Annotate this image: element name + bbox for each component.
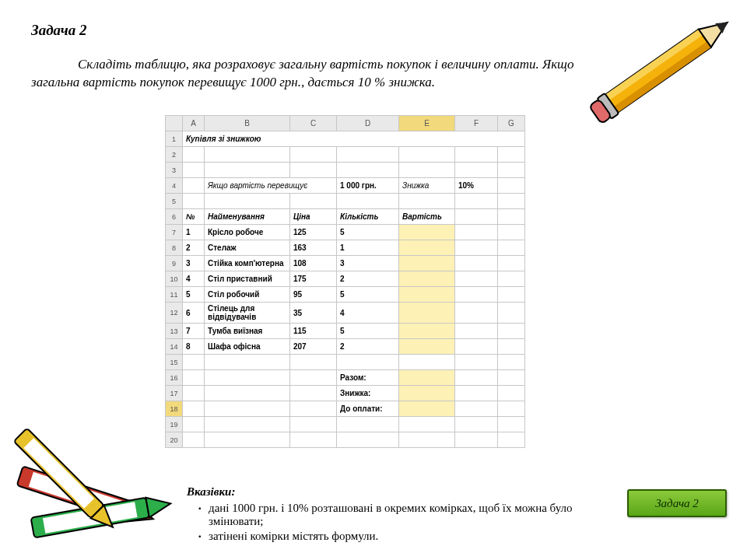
cell[interactable]: 1 <box>337 240 399 256</box>
cell[interactable]: Стіл приставний <box>205 271 290 287</box>
cell[interactable]: 4 <box>183 271 205 287</box>
cond-value[interactable]: 1 000 грн. <box>337 178 399 194</box>
cell[interactable]: 207 <box>290 339 337 355</box>
col-header-a[interactable]: A <box>183 116 205 131</box>
col-header-b[interactable]: B <box>205 116 290 131</box>
cell[interactable]: 3 <box>337 256 399 271</box>
hdr-cost[interactable]: Вартість <box>399 209 455 225</box>
cell[interactable]: 7 <box>183 324 205 339</box>
discount-label[interactable]: Знижка <box>399 178 455 194</box>
cell[interactable]: 125 <box>290 225 337 240</box>
formula-cell[interactable] <box>399 370 455 386</box>
cell[interactable]: Крісло робоче <box>205 225 290 240</box>
task-2-button[interactable]: Задача 2 <box>627 489 727 517</box>
cell[interactable]: 4 <box>337 303 399 324</box>
formula-cell[interactable] <box>399 386 455 401</box>
svg-marker-9 <box>128 502 156 529</box>
task-instruction: Складіть таблицю, яка розраховує загальн… <box>31 56 677 92</box>
cell[interactable]: 2 <box>337 339 399 355</box>
hints-block: Вказівки: дані 1000 грн. і 10% розташова… <box>187 485 591 544</box>
cell[interactable]: Стіл робочий <box>205 287 290 303</box>
cell[interactable]: 5 <box>337 287 399 303</box>
svg-rect-10 <box>31 498 149 538</box>
cell[interactable]: 6 <box>183 303 205 324</box>
svg-rect-8 <box>29 472 122 516</box>
svg-marker-4 <box>715 18 731 34</box>
hint-item: дані 1000 грн. і 10% розташовані в окрем… <box>198 502 591 528</box>
formula-cell[interactable] <box>399 271 455 287</box>
cell[interactable]: Стілець для відвідувачів <box>205 303 290 324</box>
hdr-no[interactable]: № <box>183 209 205 225</box>
cell[interactable]: 115 <box>290 324 337 339</box>
svg-marker-15 <box>91 505 120 534</box>
formula-cell[interactable] <box>399 303 455 324</box>
formula-cell[interactable] <box>399 225 455 240</box>
cell[interactable]: 2 <box>337 271 399 287</box>
svg-rect-11 <box>43 502 138 534</box>
svg-rect-5 <box>597 93 619 119</box>
topay-label[interactable]: До оплати: <box>337 401 399 417</box>
cell[interactable]: 95 <box>290 287 337 303</box>
col-header-f[interactable]: F <box>455 116 498 131</box>
spreadsheet: A B C D E F G 1Купівля зі знижкою 2 3 4 … <box>165 115 525 448</box>
cell[interactable]: Шафа офісна <box>205 339 290 355</box>
discount-row-label[interactable]: Знижка: <box>337 386 399 401</box>
hdr-qty[interactable]: Кількість <box>337 209 399 225</box>
svg-rect-7 <box>17 466 135 521</box>
hdr-price[interactable]: Ціна <box>290 209 337 225</box>
hdr-name[interactable]: Найменування <box>205 209 290 225</box>
cell[interactable]: 108 <box>290 256 337 271</box>
svg-rect-14 <box>23 438 94 509</box>
cell[interactable]: 35 <box>290 303 337 324</box>
cell[interactable]: 5 <box>337 225 399 240</box>
instruction-line2: загальна вартість покупок перевищує 1000… <box>31 75 435 89</box>
cell[interactable]: 175 <box>290 271 337 287</box>
cell[interactable]: 3 <box>183 256 205 271</box>
cell[interactable]: 2 <box>183 240 205 256</box>
formula-cell[interactable] <box>399 324 455 339</box>
cell[interactable]: 5 <box>337 324 399 339</box>
hints-label: Вказівки: <box>187 485 235 498</box>
formula-cell[interactable] <box>399 240 455 256</box>
cell[interactable]: 8 <box>183 339 205 355</box>
formula-cell[interactable] <box>399 339 455 355</box>
col-header-e[interactable]: E <box>399 116 455 131</box>
discount-value[interactable]: 10% <box>455 178 498 194</box>
sheet-title[interactable]: Купівля зі знижкою <box>183 131 525 147</box>
instruction-line1: Складіть таблицю, яка розраховує загальн… <box>78 57 574 72</box>
cell[interactable]: Стелаж <box>205 240 290 256</box>
formula-cell[interactable] <box>399 401 455 417</box>
col-header-d[interactable]: D <box>337 116 399 131</box>
col-header-g[interactable]: G <box>498 116 525 131</box>
hint-item: затінені комірки містять формули. <box>198 530 591 543</box>
cell[interactable]: 163 <box>290 240 337 256</box>
svg-marker-12 <box>146 494 172 518</box>
total-label[interactable]: Разом: <box>337 370 399 386</box>
svg-rect-6 <box>589 99 612 124</box>
formula-cell[interactable] <box>399 287 455 303</box>
svg-marker-3 <box>699 14 734 47</box>
cell[interactable]: 1 <box>183 225 205 240</box>
cell[interactable]: Тумба виїзная <box>205 324 290 339</box>
svg-rect-13 <box>14 429 104 519</box>
cell[interactable]: Стійка комп'ютерна <box>205 256 290 271</box>
col-header-c[interactable]: C <box>290 116 337 131</box>
cell[interactable]: 5 <box>183 287 205 303</box>
formula-cell[interactable] <box>399 256 455 271</box>
cond-label[interactable]: Якщо вартість перевищує <box>205 178 337 194</box>
task-title: Задача 2 <box>31 22 87 39</box>
